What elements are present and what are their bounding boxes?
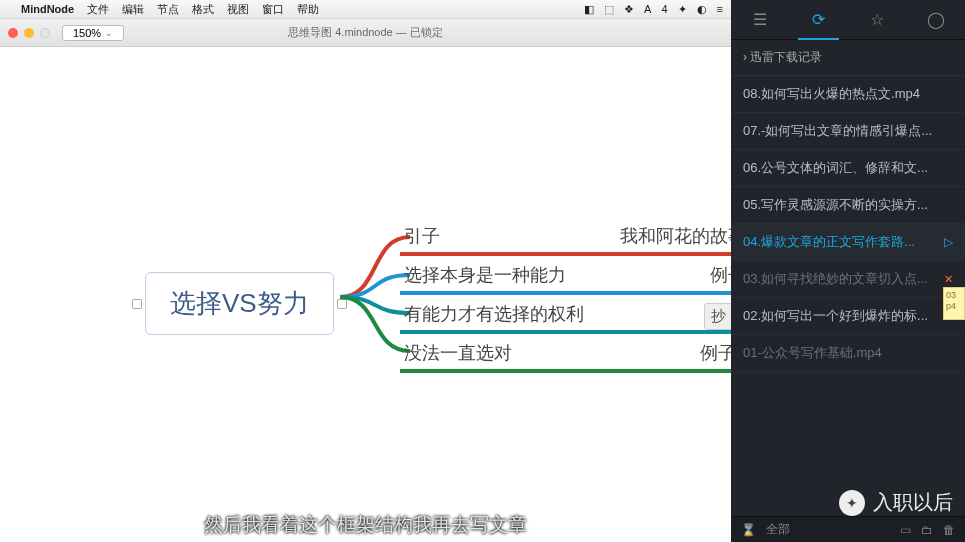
branch-node[interactable]: 引子 我和阿花的故事	[400, 217, 731, 256]
wechat-icon: ✦	[839, 490, 865, 516]
menu-help[interactable]: 帮助	[297, 2, 319, 17]
mindmap-canvas[interactable]: 选择VS努力 引子 我和阿花的故事 选择本身是一种能力 例子	[0, 47, 731, 542]
document-title: 思维导图 4.mindnode — 已锁定	[288, 25, 443, 40]
remove-icon[interactable]: ✕	[944, 273, 953, 286]
file-name: 01-公众号写作基础.mp4	[743, 344, 882, 362]
file-name: 06.公号文体的词汇、修辞和文...	[743, 159, 928, 177]
watermark-text: 入职以后	[873, 489, 953, 516]
wechat-watermark: ✦ 入职以后	[839, 489, 953, 516]
section-title-text: 迅雷下载记录	[750, 50, 822, 64]
window-traffic-lights[interactable]	[8, 28, 50, 38]
tab-favorites-icon[interactable]: ☆	[848, 0, 907, 39]
branch-label: 选择本身是一种能力	[404, 263, 566, 287]
branch-child: 我和阿花的故事	[620, 224, 731, 248]
file-name: 08.如何写出火爆的热点文.mp4	[743, 85, 920, 103]
file-name: 05.写作灵感源源不断的实操方...	[743, 196, 928, 214]
file-item[interactable]: 07.-如何写出文章的情感引爆点...	[731, 113, 965, 150]
sidebar-tabs: ☰ ⟳ ☆ ◯	[731, 0, 965, 40]
file-name: 03.如何寻找绝妙的文章切入点...	[743, 270, 928, 288]
filter-label[interactable]: 全部	[766, 521, 790, 538]
file-item[interactable]: 05.写作灵感源源不断的实操方...	[731, 187, 965, 224]
branch-node[interactable]: 有能力才有选择的权利	[400, 295, 731, 334]
mac-menubar: MindNode 文件 编辑 节点 格式 视图 窗口 帮助 ◧⬚ ❖A 4✦ ◐…	[0, 0, 731, 19]
mindmap-root-node[interactable]: 选择VS努力	[145, 272, 334, 335]
tab-account-icon[interactable]: ◯	[907, 0, 966, 39]
file-item[interactable]: 01-公众号写作基础.mp4	[731, 335, 965, 372]
file-item[interactable]: 03.如何寻找绝妙的文章切入点...✕	[731, 261, 965, 298]
zoom-select[interactable]: 150%	[62, 25, 124, 41]
node-handle-left-icon[interactable]	[132, 299, 142, 309]
filter-icon[interactable]: ⌛	[741, 523, 756, 537]
menu-format[interactable]: 格式	[192, 2, 214, 17]
video-subtitle: 然后我看着这个框架结构我再去写文章	[204, 512, 527, 538]
cutoff-node[interactable]: 抄	[704, 303, 731, 330]
menu-view[interactable]: 视图	[227, 2, 249, 17]
video-app-frame: MindNode 文件 编辑 节点 格式 视图 窗口 帮助 ◧⬚ ❖A 4✦ ◐…	[0, 0, 731, 542]
file-item[interactable]: 06.公号文体的词汇、修辞和文...	[731, 150, 965, 187]
branch-label: 没法一直选对	[404, 341, 512, 365]
branch-child: 例子	[710, 263, 731, 287]
sticky-note[interactable]: 03 p4	[943, 287, 965, 320]
file-name: 04.爆款文章的正文写作套路...	[743, 233, 915, 251]
branch-label: 有能力才有选择的权利	[404, 302, 584, 326]
menu-edit[interactable]: 编辑	[122, 2, 144, 17]
file-item[interactable]: 04.爆款文章的正文写作套路...▷	[731, 224, 965, 261]
app-name[interactable]: MindNode	[21, 3, 74, 15]
minimize-window-icon[interactable]	[24, 28, 34, 38]
chevron-right-icon: ›	[743, 50, 747, 64]
close-window-icon[interactable]	[8, 28, 18, 38]
download-sidebar: ☰ ⟳ ☆ ◯ › 迅雷下载记录 08.如何写出火爆的热点文.mp407.-如何…	[731, 0, 965, 542]
branch-list: 引子 我和阿花的故事 选择本身是一种能力 例子 有能力才有选择的权利 没法一直选…	[400, 217, 731, 373]
playing-icon: ▷	[944, 235, 953, 249]
app-toolbar: 150% 思维导图 4.mindnode — 已锁定	[0, 19, 731, 47]
file-item[interactable]: 08.如何写出火爆的热点文.mp4	[731, 76, 965, 113]
section-header[interactable]: › 迅雷下载记录	[731, 40, 965, 76]
branch-node[interactable]: 选择本身是一种能力 例子	[400, 256, 731, 295]
tab-downloads-icon[interactable]: ⟳	[790, 0, 849, 39]
file-item[interactable]: 02.如何写出一个好到爆炸的标...	[731, 298, 965, 335]
root-node-text: 选择VS努力	[170, 288, 309, 318]
file-name: 02.如何写出一个好到爆炸的标...	[743, 307, 928, 325]
folder-icon[interactable]: 🗀	[921, 523, 933, 537]
menubar-status-icons: ◧⬚ ❖A 4✦ ◐≡	[584, 3, 723, 16]
branch-node[interactable]: 没法一直选对 例子2	[400, 334, 731, 373]
menu-window[interactable]: 窗口	[262, 2, 284, 17]
zoom-window-icon[interactable]	[40, 28, 50, 38]
branch-label: 引子	[404, 224, 440, 248]
menu-node[interactable]: 节点	[157, 2, 179, 17]
delete-icon[interactable]: 🗑	[943, 523, 955, 537]
file-name: 07.-如何写出文章的情感引爆点...	[743, 122, 932, 140]
menu-file[interactable]: 文件	[87, 2, 109, 17]
tab-list-icon[interactable]: ☰	[731, 0, 790, 39]
branch-child: 例子2	[700, 341, 731, 365]
file-list: 08.如何写出火爆的热点文.mp407.-如何写出文章的情感引爆点...06.公…	[731, 76, 965, 372]
new-folder-icon[interactable]: ▭	[900, 523, 911, 537]
sidebar-footer: ⌛ 全部 ▭ 🗀 🗑	[731, 516, 965, 542]
